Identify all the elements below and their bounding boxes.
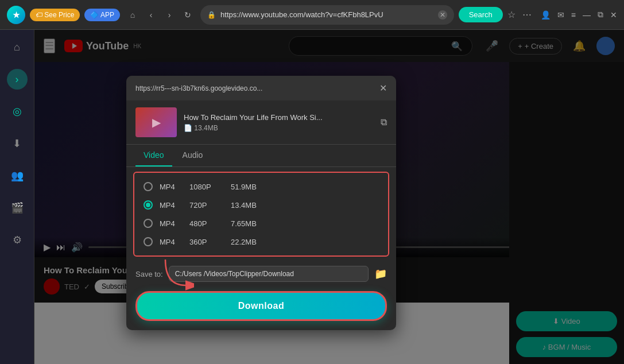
format-radio-720p[interactable] [144,200,153,210]
format-list: MP4 1080P 51.9MB MP4 720P 13.4MB MP4 480… [133,172,389,257]
download-area: Download [126,286,396,330]
back-button[interactable]: ‹ [143,7,159,23]
modal-tabs: Video Audio [126,145,396,167]
format-res-1080p: 1080P [189,183,224,191]
arrow-indicator [160,257,194,291]
promo-buttons: 🏷 See Price 🔷 APP [30,9,120,21]
refresh-button[interactable]: ↻ [180,7,196,23]
sidebar-item-profile[interactable]: ◎ [7,101,28,122]
format-res-720p: 720P [189,201,224,210]
modal-overlay: https://rr5---sn-i3b7kn6s.googlevideo.co… [34,30,624,364]
close-button[interactable]: ✕ [610,10,617,20]
modal-header: https://rr5---sn-i3b7kn6s.googlevideo.co… [126,76,396,100]
modal-url-text: https://rr5---sn-i3b7kn6s.googlevideo.co… [135,84,374,92]
see-price-button[interactable]: 🏷 See Price [30,9,80,21]
format-row-1080p[interactable]: MP4 1080P 51.9MB [144,177,379,196]
address-bar: 🔒 ✕ [200,5,454,25]
modal-thumbnail: ▶ [135,107,177,137]
sidebar-item-people[interactable]: 👥 [7,165,28,186]
format-size-720p: 13.4MB [231,201,257,210]
sidebar-item-home[interactable]: ⌂ [7,37,28,57]
sidebar: ⌂ › ◎ ⬇ 👥 🎬 ⚙ [0,30,34,364]
app-button[interactable]: 🔷 APP [84,9,120,21]
address-input[interactable] [220,10,433,19]
format-size-360p: 22.2MB [231,238,257,246]
tab-video[interactable]: Video [135,145,172,166]
format-type-1080p: MP4 [160,183,183,191]
sidebar-item-expand[interactable]: › [7,69,28,90]
more-options-button[interactable]: ⋯ [522,9,532,20]
sidebar-item-download[interactable]: ⬇ [7,133,28,154]
format-row-480p[interactable]: MP4 480P 7.65MB [144,214,379,233]
file-icon: 📄 [184,124,192,132]
browser-logo: ★ [7,6,25,24]
format-row-720p[interactable]: MP4 720P 13.4MB [144,196,379,214]
user-profile-button[interactable]: 👤 [541,10,551,20]
lock-icon: 🔒 [207,11,216,19]
window-controls: 👤 ✉ ≡ — ⧉ ✕ [541,10,617,20]
modal-video-preview: ▶ How To Reclaim Your Life From Work Si.… [126,100,396,145]
download-modal: https://rr5---sn-i3b7kn6s.googlevideo.co… [126,76,396,330]
save-path-display: C:/Users /Videos/TopClipper/Download [169,266,369,282]
format-type-360p: MP4 [160,238,183,246]
main-area: ⌂ › ◎ ⬇ 👥 🎬 ⚙ ☰ YouTube HK 🔍 🎤 [0,30,624,364]
restore-button[interactable]: ⧉ [598,10,603,20]
bookmark-button[interactable]: ☆ [507,9,516,20]
browser-chrome: ★ 🏷 See Price 🔷 APP ⌂ ‹ › ↻ 🔒 ✕ Search ☆… [0,0,624,30]
modal-video-info: How To Reclaim Your Life From Work Si...… [184,113,374,132]
forward-button[interactable]: › [161,7,177,23]
sidebar-item-media[interactable]: 🎬 [7,198,28,218]
tab-audio[interactable]: Audio [175,145,211,166]
browser-actions: ☆ ⋯ [507,9,532,20]
home-button[interactable]: ⌂ [125,7,141,23]
minimize-button[interactable]: — [583,10,591,20]
format-res-360p: 360P [189,238,224,246]
format-radio-360p[interactable] [144,237,153,246]
mail-button[interactable]: ✉ [557,10,564,20]
format-radio-480p[interactable] [144,219,153,228]
format-row-360p[interactable]: MP4 360P 22.2MB [144,233,379,251]
format-type-480p: MP4 [160,219,183,228]
search-button[interactable]: Search [459,7,503,22]
nav-buttons: ⌂ ‹ › ↻ [125,7,196,23]
download-button[interactable]: Download [135,291,387,321]
modal-thumb-image: ▶ [135,107,177,137]
modal-open-button[interactable]: ⧉ [381,117,387,127]
save-to-label: Save to: [135,270,163,278]
clear-url-button[interactable]: ✕ [438,10,447,20]
sidebar-item-convert[interactable]: ⚙ [7,230,28,250]
format-radio-1080p[interactable] [144,182,153,191]
modal-video-size: 📄 13.4MB [184,124,374,132]
format-type-720p: MP4 [160,201,183,210]
modal-close-button[interactable]: ✕ [379,83,387,94]
format-res-480p: 480P [189,219,224,228]
modal-video-title: How To Reclaim Your Life From Work Si... [184,113,374,122]
menu-button[interactable]: ≡ [571,10,576,20]
format-size-1080p: 51.9MB [231,183,257,191]
format-size-480p: 7.65MB [231,219,257,228]
folder-browse-button[interactable]: 📁 [374,268,387,280]
browser-content: ☰ YouTube HK 🔍 🎤 + + Create 🔔 [34,30,624,364]
